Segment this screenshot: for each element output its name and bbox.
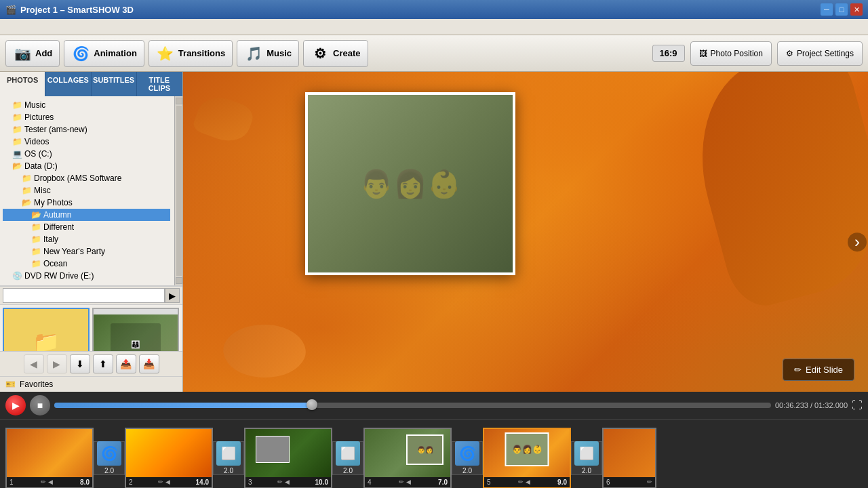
tree-item-ocean[interactable]: 📁 Ocean — [3, 258, 170, 270]
parent-folder-thumb[interactable]: 📁 <...> — [3, 308, 90, 351]
edit-slide-button[interactable]: ✏ Edit Slide — [783, 359, 854, 381]
transitions-icon: ⭐ — [156, 44, 175, 63]
tree-item-os-c[interactable]: 💻 OS (C:) — [3, 148, 170, 160]
project-settings-button[interactable]: ⚙ Project Settings — [777, 41, 863, 66]
add-button[interactable]: 📷 Add — [5, 40, 60, 67]
slide-frame-2[interactable]: 2 ✏ ◀ 14.0 — [125, 428, 213, 489]
trans-duration-2: 2.0 — [224, 467, 233, 474]
tree-item-autumn[interactable]: 📂 Autumn — [3, 209, 170, 221]
slide-frame-1[interactable]: 1 ✏ ◀ 8.0 — [5, 428, 94, 489]
tree-item-my-photos[interactable]: 📂 My Photos — [3, 197, 170, 209]
tree-item-dvd[interactable]: 💿 DVD RW Drive (E:) — [3, 270, 170, 282]
trans-duration-4: 2.0 — [462, 467, 472, 474]
tree-item-different[interactable]: 📁 Different — [3, 221, 170, 233]
play-button[interactable]: ▶ — [5, 395, 26, 415]
slide-frame-4[interactable]: 👨‍👩 4 ✏ ◀ 7.0 — [363, 428, 452, 489]
slide-frame-6[interactable]: 6 ✏ — [602, 428, 656, 489]
tab-photos[interactable]: PHOTOS — [0, 72, 45, 96]
nav-next-button[interactable]: ▶ — [47, 354, 67, 373]
slide-frame-3[interactable]: 3 ✏ ◀ 10.0 — [244, 428, 332, 489]
tab-subtitles[interactable]: SUBTITLES — [92, 72, 137, 96]
slide-num-1: 1 — [9, 479, 14, 486]
spiral-icon-4: 🌀 — [459, 445, 476, 462]
app-title: Project 1 – SmartSHOW 3D — [20, 5, 134, 15]
transition-1[interactable]: 🌀 2.0 — [94, 441, 125, 475]
slide-duration-3: 10.0 — [315, 479, 328, 486]
progress-bar[interactable] — [54, 403, 771, 408]
slide-edit-5: ✏ ◀ — [518, 479, 530, 485]
music-icon: 🎵 — [244, 44, 263, 63]
path-nav-button[interactable]: ▶ — [165, 288, 180, 303]
preview-photo: 👨‍👩‍👶 — [305, 92, 515, 275]
stop-button[interactable]: ■ — [30, 395, 50, 415]
menu-bar — [0, 19, 868, 35]
slide-frame-5[interactable]: 👨‍👩‍👶 5 ✏ ◀ 9.0 — [483, 428, 571, 489]
photo-position-label: Photo Position — [711, 49, 763, 58]
toolbar-right: 16:9 🖼 Photo Position ⚙ Project Settings — [652, 41, 863, 66]
trans-duration-5: 2.0 — [582, 467, 591, 474]
tree-item-tester[interactable]: 📁 Tester (ams-new) — [3, 123, 170, 136]
transitions-button[interactable]: ⭐ Transitions — [149, 40, 233, 67]
slide-duration-1: 8.0 — [80, 479, 90, 486]
total-time: 01:32.000 — [814, 401, 848, 409]
transition-inner-3: ⬜ — [336, 441, 360, 466]
tab-title-clips[interactable]: TITLE CLIPS — [137, 72, 182, 96]
photo-thumb-1[interactable]: 👨‍👩‍👦 ✓ 1.jpg — [92, 308, 179, 351]
tree-item-music[interactable]: 📁 Music — [3, 99, 170, 111]
photo-nav: ◀ ▶ ⬇ ⬆ 📤 📥 — [0, 351, 182, 376]
photo-position-button[interactable]: 🖼 Photo Position — [690, 41, 772, 66]
slide-edit-6: ✏ — [647, 479, 652, 485]
add-label: Add — [35, 48, 52, 58]
tree-item-misc[interactable]: 📁 Misc — [3, 184, 170, 197]
slide-6: 6 ✏ — [602, 428, 656, 489]
transition-inner-1: 🌀 — [97, 441, 121, 466]
preview-image: 👨‍👩‍👶 ✏ Edit Slide — [183, 72, 868, 392]
tree-item-new-years[interactable]: 📁 New Year's Party — [3, 245, 170, 258]
slide-num-2: 2 — [129, 479, 133, 486]
animation-button[interactable]: 🌀 Animation — [64, 40, 144, 67]
photo-grid: 📁 <...> 👨‍👩‍👦 ✓ 1.jpg — [0, 305, 182, 351]
slide-edit-4: ✏ ◀ — [399, 479, 411, 485]
nav-export-button[interactable]: 📤 — [116, 354, 136, 373]
create-button[interactable]: ⚙ Create — [303, 40, 368, 67]
tab-collages[interactable]: COLLAGES — [45, 72, 91, 96]
slide-5: 👨‍👩‍👶 5 ✏ ◀ 9.0 — [483, 428, 571, 489]
transition-2[interactable]: ⬜ 2.0 — [213, 441, 244, 475]
storyboard-area: 1 ✏ ◀ 8.0 🌀 2.0 2 — [0, 420, 868, 488]
tree-item-videos[interactable]: 📁 Videos — [3, 136, 170, 148]
music-button[interactable]: 🎵 Music — [237, 40, 299, 67]
left-panel: PHOTOS COLLAGES SUBTITLES TITLE CLIPS 📁 … — [0, 72, 183, 392]
nav-prev-button[interactable]: ◀ — [24, 354, 44, 373]
progress-handle[interactable] — [307, 399, 317, 410]
close-button[interactable]: ✕ — [850, 3, 863, 16]
transition-4[interactable]: 🌀 2.0 — [452, 441, 483, 475]
nav-up-button[interactable]: ⬆ — [93, 354, 113, 373]
toolbar: 📷 Add 🌀 Animation ⭐ Transitions 🎵 Music … — [0, 35, 868, 72]
tabs-bar: PHOTOS COLLAGES SUBTITLES TITLE CLIPS — [0, 72, 182, 96]
slide-edit-1: ✏ ◀ — [41, 479, 53, 485]
title-bar-controls: ─ □ ✕ — [821, 3, 863, 16]
path-input[interactable] — [3, 288, 165, 303]
trans-duration-3: 2.0 — [343, 467, 353, 474]
tree-item-dropbox[interactable]: 📁 Dropbox (AMS Software — [3, 172, 170, 184]
tree-item-data-d[interactable]: 📂 Data (D:) — [3, 160, 170, 172]
trans-duration-1: 2.0 — [104, 467, 114, 474]
title-bar-left: 🎬 Project 1 – SmartSHOW 3D — [5, 5, 134, 15]
nav-import-button[interactable]: 📥 — [139, 354, 159, 373]
favorites-icon: 🎫 — [5, 380, 16, 389]
transition-5[interactable]: ⬜ 2.0 — [571, 441, 602, 475]
slide-edit-2: ✏ ◀ — [158, 479, 170, 485]
square-icon-3: ⬜ — [340, 446, 355, 461]
file-tree: 📁 Music 📁 Pictures 📁 Tester (ams-new) 📁 … — [0, 96, 182, 286]
tree-item-pictures[interactable]: 📁 Pictures — [3, 111, 170, 123]
maximize-button[interactable]: □ — [835, 3, 848, 16]
favorites-bar[interactable]: 🎫 Favorites — [0, 376, 182, 392]
fullscreen-button[interactable]: ⛶ — [852, 399, 863, 411]
tree-item-italy[interactable]: 📁 Italy — [3, 233, 170, 245]
nav-down-button[interactable]: ⬇ — [70, 354, 90, 373]
transition-3[interactable]: ⬜ 2.0 — [332, 441, 363, 475]
minimize-button[interactable]: ─ — [821, 3, 833, 16]
progress-fill — [54, 403, 312, 408]
edit-slide-label: Edit Slide — [806, 365, 843, 375]
music-label: Music — [267, 48, 292, 58]
